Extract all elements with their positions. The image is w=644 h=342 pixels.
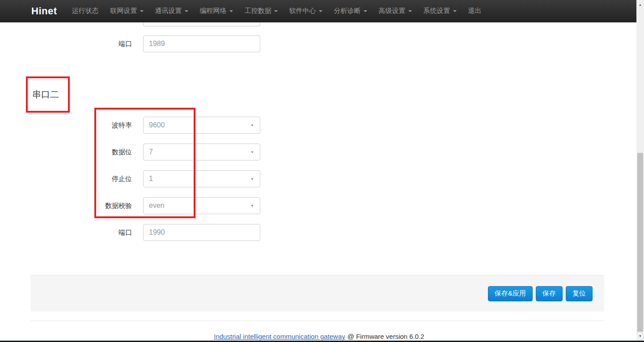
reset-button[interactable]: 复位	[566, 286, 593, 301]
nav-item-software-center[interactable]: 软件中心	[284, 0, 328, 22]
action-bar: 保存&应用 保存 复位	[30, 275, 604, 312]
nav-item-programming-network[interactable]: 编程网络	[194, 0, 239, 22]
navbar: Hinet 运行状态 联网设置 通讯设置 编程网络 工控数据 软件中心 分析诊断…	[0, 0, 636, 22]
form-row: 停止位 1 ▼	[67, 170, 260, 187]
port2-label: 端口	[67, 228, 132, 237]
section-title-serial2: 串口二	[32, 89, 59, 101]
parity-label: 数据校验	[67, 202, 132, 210]
chevron-down-icon	[140, 10, 144, 12]
page: Hinet 运行状态 联网设置 通讯设置 编程网络 工控数据 软件中心 分析诊断…	[0, 0, 644, 342]
brand-logo[interactable]: Hinet	[31, 5, 57, 17]
form-row: 波特率 9600 ▼	[67, 117, 260, 134]
dropdown-caret-icon: ▼	[250, 150, 254, 154]
chevron-down-icon	[229, 10, 233, 12]
stop-bits-select[interactable]: 1 ▼	[143, 170, 260, 187]
stop-bits-value: 1	[149, 175, 153, 183]
save-button[interactable]: 保存	[536, 286, 563, 301]
chevron-down-icon	[274, 10, 278, 12]
nav-item-network-settings[interactable]: 联网设置	[105, 0, 149, 22]
dropdown-caret-icon: ▼	[250, 204, 254, 208]
nav-item-advanced-settings[interactable]: 高级设置	[373, 0, 418, 22]
scroll-down-icon[interactable]: ▼	[636, 332, 644, 340]
chevron-down-icon	[185, 10, 188, 12]
dropdown-caret-icon: ▼	[250, 177, 254, 181]
port2-input[interactable]	[143, 224, 260, 241]
scroll-up-icon[interactable]: ▲	[636, 1, 644, 8]
parity-select[interactable]: even ▼	[143, 197, 260, 214]
footer-divider	[30, 321, 604, 321]
chevron-down-icon	[408, 10, 412, 12]
nav-item-running-status[interactable]: 运行状态	[66, 0, 105, 22]
nav-item-comm-settings[interactable]: 通讯设置	[149, 0, 194, 22]
data-bits-select[interactable]: 7 ▼	[143, 144, 260, 160]
save-apply-button[interactable]: 保存&应用	[488, 286, 533, 301]
nav-item-logout[interactable]: 退出	[462, 0, 487, 22]
form-row: 数据校验 even ▼	[67, 197, 260, 214]
port1-input[interactable]	[143, 35, 260, 52]
data-bits-label: 数据位	[67, 148, 132, 156]
chevron-down-icon	[364, 10, 367, 12]
scrollbar[interactable]: ▲ ▼	[636, 0, 644, 342]
footer: Industrial intelligent communication gat…	[0, 333, 638, 340]
port1-label: 端口	[67, 40, 132, 48]
footer-gateway-link[interactable]: Industrial intelligent communication gat…	[214, 333, 345, 340]
baud-rate-select[interactable]: 9600 ▼	[143, 117, 260, 134]
chevron-down-icon	[319, 10, 322, 12]
baud-rate-label: 波特率	[67, 121, 132, 130]
data-bits-value: 7	[149, 148, 153, 156]
chevron-down-icon	[453, 10, 457, 12]
scrollbar-thumb[interactable]	[637, 153, 643, 332]
form-row: 端口	[67, 35, 260, 52]
firmware-version-text: @ Firmware version 6.0.2	[347, 333, 424, 340]
dropdown-caret-icon: ▼	[250, 123, 254, 127]
nav-item-industrial-data[interactable]: 工控数据	[239, 0, 284, 22]
parity-value: even	[149, 202, 165, 210]
form-row: 数据位 7 ▼	[67, 144, 260, 160]
form-row: 端口	[67, 224, 260, 241]
nav-item-analysis-diagnosis[interactable]: 分析诊断	[328, 0, 373, 22]
stop-bits-label: 停止位	[67, 175, 132, 183]
nav-items: 运行状态 联网设置 通讯设置 编程网络 工控数据 软件中心 分析诊断 高级设置 …	[66, 0, 487, 22]
baud-rate-value: 9600	[149, 121, 165, 129]
nav-item-system-settings[interactable]: 系统设置	[418, 0, 462, 22]
